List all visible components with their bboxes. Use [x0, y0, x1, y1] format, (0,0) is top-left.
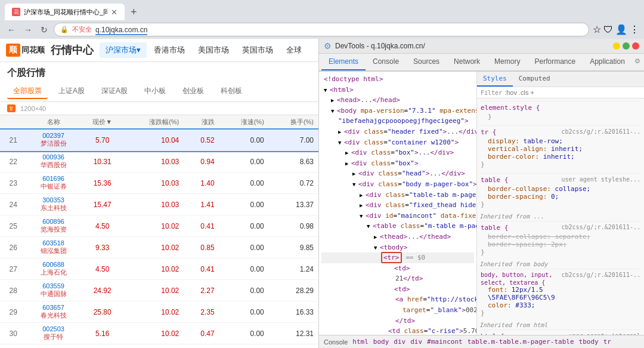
- nav-uk[interactable]: 英国市场: [236, 42, 279, 58]
- tree-line[interactable]: <!doctype html>: [321, 74, 474, 85]
- tab-close-button[interactable]: ✕: [111, 8, 117, 17]
- tree-line[interactable]: 21</td>: [321, 273, 474, 284]
- cell-code[interactable]: 600896 览海投资: [26, 215, 80, 237]
- tree-line[interactable]: ▶<div class="fixed_thead hide" style="di…: [321, 200, 474, 211]
- tree-line[interactable]: ▼<div class="body m-pager-box">: [321, 179, 474, 190]
- cell-code[interactable]: 002397 梦洁股份: [26, 130, 80, 151]
- styles-filter-input[interactable]: [504, 89, 640, 96]
- cell-speed: 0.00: [219, 130, 269, 151]
- tree-line[interactable]: ▶<div class="box">: [321, 158, 474, 169]
- cat-tab-kcb[interactable]: 科创板: [215, 84, 248, 99]
- table-row[interactable]: 28 603559 中通国脉 24.92 10.02 2.27 0.00 28.…: [0, 280, 318, 301]
- table-row[interactable]: 29 603657 春光科技 25.80 10.02 2.35 0.00 16.…: [0, 301, 318, 323]
- tree-line[interactable]: "ibefaehajgcpooopoegjfhgecigeeg">: [321, 116, 474, 127]
- minimize-button[interactable]: [613, 42, 620, 50]
- breadcrumb-item[interactable]: table.m-table.m-pager-table: [467, 338, 574, 346]
- address-bar[interactable]: 🔒 不安全 q.10jqka.com.cn: [54, 23, 589, 36]
- table-row[interactable]: 30 002503 搜于特 5.16 10.02 0.47 0.00 12.31: [0, 323, 318, 344]
- devtools-settings-icon[interactable]: ⚙: [632, 54, 643, 70]
- dt-tab-console[interactable]: Console: [366, 54, 406, 70]
- cell-code[interactable]: 300353 东土科技: [26, 194, 80, 215]
- breadcrumb-item[interactable]: tr: [603, 338, 611, 346]
- dt-tab-application[interactable]: Application: [583, 54, 632, 70]
- tree-line[interactable]: <a href="http://stockpage.10jqka.com.cn/…: [321, 294, 474, 305]
- tree-line[interactable]: ▼<div class="container w1200">: [321, 137, 474, 148]
- cat-tab-all[interactable]: 全部股票: [7, 84, 48, 99]
- star-icon[interactable]: ☆: [593, 24, 601, 35]
- tree-line[interactable]: <tr> == $0: [321, 252, 474, 263]
- table-row[interactable]: 23 601696 中银证券 15.36 10.03 1.40 0.00 0.7…: [0, 173, 318, 194]
- computed-tab[interactable]: Computed: [513, 72, 556, 87]
- cat-tab-cyb[interactable]: 创业板: [177, 84, 210, 99]
- tree-line[interactable]: ▶<div class="table-tab m-pager-board">..…: [321, 190, 474, 201]
- tree-line[interactable]: ▶<head>...</head>: [321, 95, 474, 106]
- close-button[interactable]: [632, 42, 639, 50]
- menu-icon[interactable]: ⋮: [630, 24, 639, 35]
- profile-icon[interactable]: 👤: [615, 24, 627, 35]
- table-row[interactable]: 21 002397 梦洁股份 5.70 10.04 0.52 0.00 7.00: [0, 130, 318, 151]
- table-row[interactable]: 24 300353 东土科技 15.47 10.03 1.41 0.00 13.…: [0, 194, 318, 215]
- tree-line[interactable]: ▼<body mpa-version="7.3.1" mpa-extension…: [321, 106, 474, 116]
- styles-tab[interactable]: Styles: [477, 72, 513, 87]
- dt-tab-performance[interactable]: Performance: [527, 54, 583, 70]
- dt-tab-sources[interactable]: Sources: [406, 54, 447, 70]
- main-split: 顺 同花顺 行情中心 沪深市场▾ 香港市场 美国市场 英国市场 全球 个股行情 …: [0, 39, 644, 348]
- breadcrumb-item[interactable]: div: [394, 338, 405, 346]
- cat-tab-zxb[interactable]: 中小板: [138, 84, 172, 99]
- cell-code[interactable]: 601696 中银证券: [26, 173, 80, 194]
- cell-change: 0.41: [184, 258, 219, 280]
- tree-line[interactable]: </td>: [321, 316, 474, 327]
- table-row[interactable]: 25 600896 览海投资 4.50 10.02 0.41 0.00 0.98: [0, 215, 318, 237]
- table-row[interactable]: 31 600645 中源协和 21.52 10.02 1.96 0.00 6.1…: [0, 344, 318, 349]
- cell-code[interactable]: 603657 春光科技: [26, 301, 80, 323]
- tree-line[interactable]: ▶<div class="head">...</div>: [321, 168, 474, 179]
- nav-hushen[interactable]: 沪深市场▾: [100, 42, 147, 58]
- table-row[interactable]: 26 603518 锦泓集团 9.33 10.02 0.85 0.00 9.85: [0, 237, 318, 258]
- styles-content: element.style { } tr { cb2css/g/;r.&2016…: [477, 98, 644, 335]
- tree-line[interactable]: ▼<html>: [321, 85, 474, 96]
- dt-tab-elements[interactable]: Elements: [321, 54, 366, 70]
- tree-line[interactable]: ▶<div class="header fixed">...</div>: [321, 127, 474, 137]
- console-tab-bottom[interactable]: Console: [324, 338, 348, 346]
- dt-tab-memory[interactable]: Memory: [487, 54, 527, 70]
- tree-line[interactable]: <td>: [321, 284, 474, 295]
- nav-hongkong[interactable]: 香港市场: [148, 42, 191, 58]
- cat-tab-shz[interactable]: 上证A股: [52, 84, 91, 99]
- cell-change: 2.35: [184, 301, 219, 323]
- cat-tab-szz[interactable]: 深证A股: [95, 84, 134, 99]
- tree-line[interactable]: ▼<div id="maincont" data-fixedhead="true…: [321, 211, 474, 221]
- breadcrumb-item[interactable]: #maincont: [427, 338, 463, 346]
- cell-code[interactable]: 002503 搜于特: [26, 323, 80, 344]
- extensions-icon[interactable]: 🛡: [603, 24, 613, 35]
- breadcrumb-item[interactable]: html: [352, 338, 369, 346]
- tree-line[interactable]: ▶<div class="box">...</div>: [321, 147, 474, 158]
- table-row[interactable]: 27 600688 上海石化 4.50 10.02 0.41 0.00 1.24: [0, 258, 318, 280]
- tree-line[interactable]: <td>: [321, 263, 474, 274]
- refresh-button[interactable]: ↻: [38, 24, 50, 36]
- cell-code[interactable]: 000936 华西股份: [26, 151, 80, 173]
- breadcrumb-item[interactable]: tbody: [579, 338, 599, 346]
- back-button[interactable]: ←: [5, 24, 18, 36]
- tree-line[interactable]: ▼<table class="m-table m-pager-table">: [321, 221, 474, 232]
- nav-us[interactable]: 美国市场: [192, 42, 235, 58]
- dt-tab-network[interactable]: Network: [447, 54, 487, 70]
- maximize-button[interactable]: [623, 42, 630, 50]
- cell-code[interactable]: 603518 锦泓集团: [26, 237, 80, 258]
- tree-line[interactable]: ▶<thead>...</thead>: [321, 232, 474, 242]
- tree-line[interactable]: <td class="c-rise">5.70</td>: [321, 326, 474, 335]
- tree-line[interactable]: ▼<tbody>: [321, 242, 474, 253]
- nav-global[interactable]: 全球: [280, 42, 308, 58]
- tree-line[interactable]: target="_blank">002397</a>: [321, 305, 474, 316]
- forward-button[interactable]: →: [21, 24, 35, 36]
- stock-table: 名称 现价▼ 涨跌幅(%) 涨跌 涨速(%) 换手(%) 21 002397 梦…: [0, 115, 318, 348]
- cell-speed: 0.00: [219, 323, 269, 344]
- active-tab[interactable]: 花 沪深市场_同花顺行情中心_同花顺 ✕: [5, 4, 125, 20]
- breadcrumb-item[interactable]: body: [373, 338, 389, 346]
- cell-code[interactable]: 600688 上海石化: [26, 258, 80, 280]
- new-tab-button[interactable]: +: [127, 6, 141, 19]
- cell-code[interactable]: 600645 中源协和: [26, 344, 80, 349]
- breadcrumb-item[interactable]: div: [410, 338, 422, 346]
- elements-tree[interactable]: <!doctype html>▼<html>▶<head>...</head>▼…: [319, 72, 477, 335]
- table-row[interactable]: 22 000936 华西股份 10.31 10.03 0.94 0.00 8.6…: [0, 151, 318, 173]
- cell-code[interactable]: 603559 中通国脉: [26, 280, 80, 301]
